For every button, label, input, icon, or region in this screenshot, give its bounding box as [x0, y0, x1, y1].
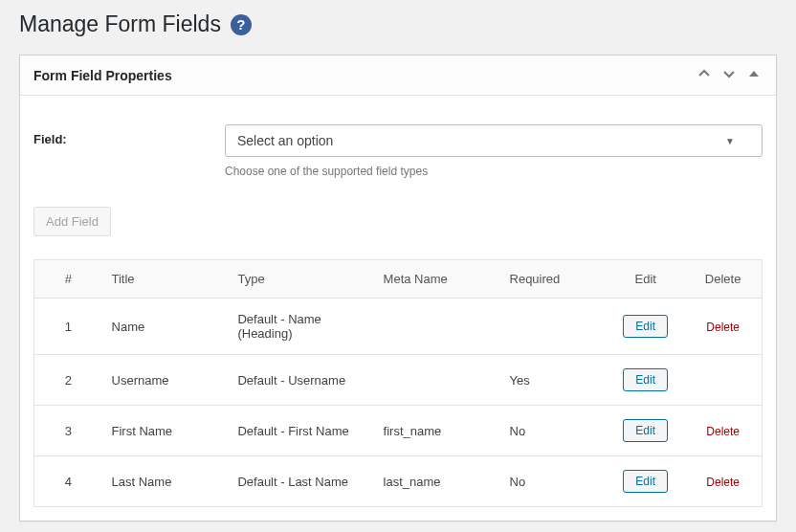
col-header-title: Title — [102, 260, 229, 299]
row-meta: last_name — [374, 456, 500, 507]
panel-title: Form Field Properties — [33, 68, 172, 83]
row-required: Yes — [500, 355, 608, 406]
row-title: Last Name — [102, 456, 229, 507]
field-type-select-value: Select an option — [237, 133, 333, 148]
row-edit-cell: Edit — [607, 406, 684, 456]
col-header-required: Required — [500, 260, 608, 299]
help-icon[interactable]: ? — [231, 14, 252, 35]
row-title: First Name — [102, 406, 229, 456]
form-field-properties-panel: Form Field Properties Field: Select an o… — [19, 55, 777, 521]
row-index: 3 — [34, 406, 102, 456]
field-selector-row: Field: Select an option ▼ Choose one of … — [33, 124, 763, 178]
row-meta — [374, 355, 500, 406]
row-edit-cell: Edit — [607, 456, 684, 507]
col-header-delete: Delete — [684, 260, 762, 299]
row-delete-cell: Delete — [684, 456, 762, 507]
add-field-button[interactable]: Add Field — [33, 207, 111, 236]
row-type: Default - First Name — [228, 406, 373, 456]
field-selector-help-text: Choose one of the supported field types — [225, 165, 763, 178]
field-selector-label: Field: — [33, 124, 225, 146]
panel-move-down-icon[interactable] — [720, 65, 738, 85]
panel-body: Field: Select an option ▼ Choose one of … — [20, 96, 776, 521]
row-index: 4 — [34, 456, 102, 507]
field-type-select[interactable]: Select an option ▼ — [225, 124, 763, 157]
row-delete-cell: Delete — [684, 299, 762, 355]
table-row: 4Last NameDefault - Last Namelast_nameNo… — [34, 456, 763, 507]
panel-collapse-icon[interactable] — [745, 65, 763, 85]
panel-move-up-icon[interactable] — [696, 65, 713, 85]
row-title: Name — [102, 299, 229, 355]
row-meta: first_name — [374, 406, 500, 456]
fields-table: # Title Type Meta Name Required Edit Del… — [33, 259, 763, 507]
table-row: 3First NameDefault - First Namefirst_nam… — [34, 406, 763, 456]
delete-link[interactable]: Delete — [706, 321, 740, 334]
panel-header: Form Field Properties — [20, 55, 776, 96]
table-row: 1NameDefault - Name (Heading)EditDelete — [34, 299, 763, 355]
edit-button[interactable]: Edit — [623, 419, 668, 442]
row-index: 1 — [34, 299, 102, 355]
page-title: Manage Form Fields — [19, 11, 221, 37]
edit-button[interactable]: Edit — [623, 470, 668, 493]
row-index: 2 — [34, 355, 102, 406]
row-delete-cell — [684, 355, 762, 406]
col-header-type: Type — [228, 260, 373, 299]
delete-link[interactable]: Delete — [706, 425, 740, 438]
row-edit-cell: Edit — [607, 299, 684, 355]
col-header-meta: Meta Name — [374, 260, 500, 299]
delete-link[interactable]: Delete — [706, 476, 740, 489]
col-header-edit: Edit — [607, 260, 684, 299]
row-required: No — [500, 456, 608, 507]
row-required — [500, 299, 608, 355]
col-header-index: # — [34, 260, 102, 299]
row-meta — [374, 299, 500, 355]
row-required: No — [500, 406, 608, 456]
panel-controls — [696, 65, 763, 85]
row-type: Default - Name (Heading) — [228, 299, 373, 355]
row-title: Username — [102, 355, 229, 406]
table-row: 2UsernameDefault - UsernameYesEdit — [34, 355, 763, 406]
row-type: Default - Username — [228, 355, 373, 406]
edit-button[interactable]: Edit — [623, 368, 668, 391]
row-delete-cell: Delete — [684, 406, 762, 456]
edit-button[interactable]: Edit — [623, 315, 668, 338]
chevron-down-icon: ▼ — [725, 136, 735, 146]
row-type: Default - Last Name — [228, 456, 373, 507]
row-edit-cell: Edit — [607, 355, 684, 406]
